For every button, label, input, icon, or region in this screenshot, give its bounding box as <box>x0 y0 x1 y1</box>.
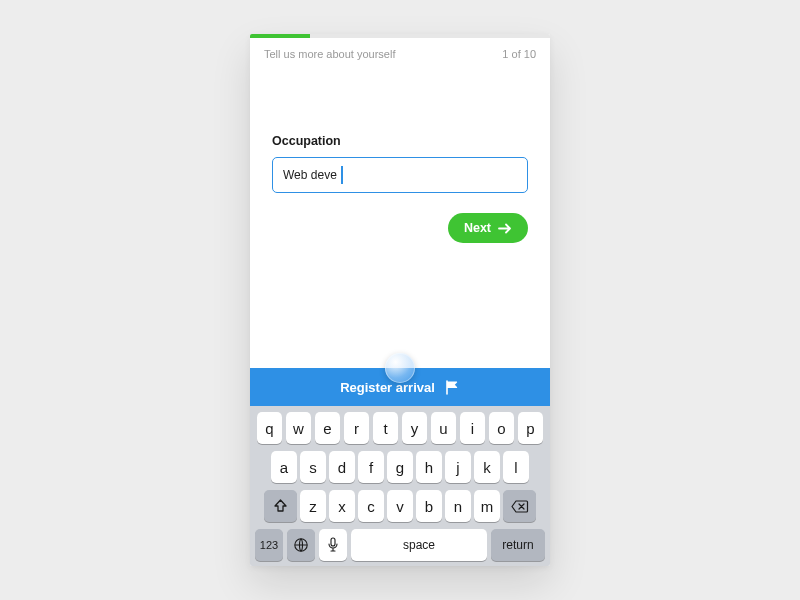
phone-frame: Tell us more about yourself 1 of 10 Occu… <box>250 34 550 566</box>
next-button[interactable]: Next <box>448 213 528 243</box>
numbers-key[interactable]: 123 <box>255 529 283 561</box>
key-b[interactable]: b <box>416 490 442 522</box>
key-z[interactable]: z <box>300 490 326 522</box>
progress-track <box>250 34 550 38</box>
key-o[interactable]: o <box>489 412 515 444</box>
key-w[interactable]: w <box>286 412 312 444</box>
key-j[interactable]: j <box>445 451 471 483</box>
key-x[interactable]: x <box>329 490 355 522</box>
keyboard-row-1: qwertyuiop <box>253 412 547 444</box>
key-i[interactable]: i <box>460 412 486 444</box>
key-q[interactable]: q <box>257 412 283 444</box>
text-caret <box>341 166 343 184</box>
header-prompt: Tell us more about yourself <box>264 48 395 60</box>
arrow-right-icon <box>498 223 512 234</box>
globe-key[interactable] <box>287 529 315 561</box>
shift-icon <box>273 499 288 513</box>
key-r[interactable]: r <box>344 412 370 444</box>
next-button-label: Next <box>464 221 491 235</box>
key-y[interactable]: y <box>402 412 428 444</box>
register-arrival-label: Register arrival <box>340 380 435 395</box>
space-key[interactable]: space <box>351 529 487 561</box>
occupation-input-wrap <box>272 157 528 193</box>
key-s[interactable]: s <box>300 451 326 483</box>
key-t[interactable]: t <box>373 412 399 444</box>
mic-icon <box>327 537 339 553</box>
keyboard-row-2: asdfghjkl <box>253 451 547 483</box>
key-n[interactable]: n <box>445 490 471 522</box>
key-u[interactable]: u <box>431 412 457 444</box>
occupation-label: Occupation <box>272 134 528 148</box>
shift-key[interactable] <box>264 490 297 522</box>
return-key[interactable]: return <box>491 529 545 561</box>
flag-icon <box>445 380 460 395</box>
progress-fill <box>250 34 310 38</box>
key-a[interactable]: a <box>271 451 297 483</box>
key-m[interactable]: m <box>474 490 500 522</box>
virtual-keyboard: qwertyuiop asdfghjkl zxcvbnm 123 <box>250 406 550 566</box>
keyboard-row-3: zxcvbnm <box>253 490 547 522</box>
key-v[interactable]: v <box>387 490 413 522</box>
header: Tell us more about yourself 1 of 10 <box>250 38 550 60</box>
globe-icon <box>293 537 309 553</box>
key-f[interactable]: f <box>358 451 384 483</box>
key-g[interactable]: g <box>387 451 413 483</box>
key-k[interactable]: k <box>474 451 500 483</box>
key-e[interactable]: e <box>315 412 341 444</box>
key-p[interactable]: p <box>518 412 544 444</box>
occupation-input[interactable] <box>272 157 528 193</box>
key-h[interactable]: h <box>416 451 442 483</box>
backspace-key[interactable] <box>503 490 536 522</box>
key-d[interactable]: d <box>329 451 355 483</box>
form-content: Occupation Next <box>250 60 550 368</box>
step-indicator: 1 of 10 <box>502 48 536 60</box>
mic-key[interactable] <box>319 529 347 561</box>
key-l[interactable]: l <box>503 451 529 483</box>
backspace-icon <box>511 500 529 513</box>
svg-rect-1 <box>331 538 335 546</box>
keyboard-row-4: 123 space return <box>253 529 547 561</box>
register-arrival-bar[interactable]: Register arrival <box>250 368 550 406</box>
key-c[interactable]: c <box>358 490 384 522</box>
